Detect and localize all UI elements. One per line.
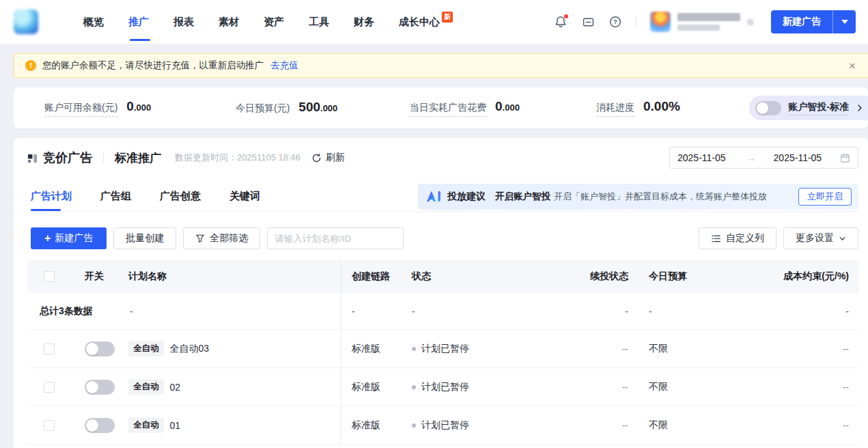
divider bbox=[636, 16, 636, 28]
message-icon[interactable] bbox=[581, 15, 595, 29]
cost-constraint: -- bbox=[724, 368, 858, 406]
chevron-down-icon bbox=[839, 235, 846, 242]
nav-item-tools[interactable]: 工具 bbox=[309, 0, 329, 44]
nav-item-overview[interactable]: 概览 bbox=[83, 0, 104, 44]
filter-all-button[interactable]: 全部筛选 bbox=[183, 227, 260, 249]
col-switch: 开关 bbox=[85, 260, 128, 293]
custom-columns-button[interactable]: 自定义列 bbox=[699, 227, 776, 249]
create-link: 标准版 bbox=[341, 330, 412, 367]
resume-status: -- bbox=[540, 406, 628, 444]
ai-banner-desc: 开启「账户智投」并配置目标成本，统筹账户整体投放 bbox=[554, 191, 767, 203]
summary-row: 总计3条数据 - - - - - - bbox=[27, 293, 858, 330]
refresh-icon bbox=[311, 153, 322, 163]
enable-now-button[interactable]: 立即开启 bbox=[798, 188, 852, 206]
row-checkbox[interactable] bbox=[44, 382, 55, 393]
recharge-link[interactable]: 去充值 bbox=[270, 59, 298, 72]
panel-title: 竞价广告 bbox=[43, 150, 92, 166]
cost-constraint: -- bbox=[724, 330, 858, 367]
batch-create-button[interactable]: 批量创建 bbox=[113, 227, 176, 249]
status-dot-icon bbox=[412, 423, 416, 428]
new-ad-split-button: 新建广告 bbox=[771, 10, 856, 33]
bidding-ads-icon bbox=[27, 153, 38, 163]
table-row: 全自动 01 标准版 计划已暂停 -- 不限 -- bbox=[27, 406, 858, 445]
stat-spend-progress: 消耗进度 0.00% bbox=[596, 99, 680, 117]
status-dot-icon bbox=[412, 385, 416, 389]
close-icon[interactable]: × bbox=[849, 60, 857, 72]
data-update-time: 数据更新时间：20251105 18:46 bbox=[175, 152, 300, 164]
refresh-button[interactable]: 刷新 bbox=[311, 152, 345, 164]
notification-bell-icon[interactable] bbox=[554, 15, 568, 29]
today-budget[interactable]: 不限 bbox=[628, 406, 724, 444]
nav-item-assets[interactable]: 资产 bbox=[264, 0, 284, 44]
nav-item-finance[interactable]: 财务 bbox=[354, 0, 374, 44]
stat-today-budget: 今日预算(元) 500.000 bbox=[236, 100, 410, 117]
plan-switch-toggle[interactable] bbox=[85, 341, 115, 356]
date-range-picker[interactable]: 2025-11-05 → 2025-11-05 bbox=[669, 147, 858, 169]
tab-ad-group[interactable]: 广告组 bbox=[100, 182, 131, 211]
entity-tabs: 广告计划 广告组 广告创意 关键词 bbox=[31, 182, 260, 211]
chevron-right-icon bbox=[856, 104, 864, 112]
tab-ad-creative[interactable]: 广告创意 bbox=[160, 182, 201, 211]
table-header: 开关 计划名称 创建链路 状态 续投状态 今日预算 成本约束(元/%) bbox=[27, 260, 858, 293]
col-link: 创建链路 bbox=[341, 260, 412, 293]
campaign-panel: 竞价广告 标准推广 数据更新时间：20251105 18:46 刷新 2025-… bbox=[14, 138, 868, 448]
select-all-checkbox[interactable] bbox=[44, 271, 55, 282]
plan-switch-toggle[interactable] bbox=[85, 418, 115, 433]
plan-search-box bbox=[267, 227, 404, 249]
account-area[interactable] bbox=[650, 12, 753, 32]
auto-badge: 全自动 bbox=[128, 341, 164, 356]
plan-switch-toggle[interactable] bbox=[85, 380, 115, 395]
search-input[interactable] bbox=[275, 234, 395, 244]
nav-item-materials[interactable]: 素材 bbox=[219, 0, 239, 44]
ai-suggestion-banner: 投放建议 开启账户智投 开启「账户智投」并配置目标成本，统筹账户整体投放 立即开… bbox=[418, 184, 858, 210]
ai-banner-strong: 开启账户智投 bbox=[495, 191, 550, 203]
new-ad-dropdown-button[interactable] bbox=[832, 10, 856, 33]
calendar-icon bbox=[840, 153, 850, 163]
col-resume: 续投状态 bbox=[540, 260, 628, 293]
plan-name[interactable]: 01 bbox=[170, 420, 181, 431]
smart-bidding-toggle[interactable] bbox=[755, 101, 781, 115]
tab-ad-plan[interactable]: 广告计划 bbox=[31, 182, 72, 211]
auto-badge: 全自动 bbox=[128, 379, 164, 395]
row-checkbox[interactable] bbox=[44, 420, 55, 431]
col-name: 计划名称 bbox=[128, 260, 341, 293]
account-stats-card: 账户可用余额(元) 0.000 今日预算(元) 500.000 当日实耗广告花费… bbox=[14, 87, 868, 128]
more-settings-button[interactable]: 更多设置 bbox=[783, 227, 858, 249]
status-dot-icon bbox=[412, 347, 416, 351]
divider bbox=[103, 152, 104, 163]
main-menu: 概览 推广 报表 素材 资产 工具 财务 成长中心 新 bbox=[83, 0, 453, 44]
plan-status: 计划已暂停 bbox=[421, 419, 469, 432]
resume-status: -- bbox=[540, 368, 628, 406]
arrow-right-icon: → bbox=[746, 152, 756, 163]
ai-banner-title: 投放建议 bbox=[447, 191, 486, 203]
help-icon[interactable]: ? bbox=[608, 15, 622, 29]
notification-dot bbox=[564, 14, 568, 18]
plans-table: 开关 计划名称 创建链路 状态 续投状态 今日预算 成本约束(元/%) 总计3条… bbox=[27, 260, 858, 445]
brand-logo bbox=[14, 10, 38, 34]
new-ad-button[interactable]: 新建广告 bbox=[771, 10, 832, 33]
plan-name[interactable]: 全自动03 bbox=[170, 343, 210, 355]
warning-icon: ! bbox=[25, 60, 36, 71]
alert-text: 您的账户余额不足，请尽快进行充值，以重新启动推广 bbox=[42, 59, 264, 72]
caret-down-icon bbox=[841, 20, 848, 24]
filter-icon bbox=[195, 234, 205, 243]
nav-item-reports[interactable]: 报表 bbox=[173, 0, 194, 44]
svg-text:?: ? bbox=[613, 18, 617, 25]
row-checkbox[interactable] bbox=[44, 344, 55, 354]
search-icon[interactable] bbox=[395, 234, 396, 244]
tab-keywords[interactable]: 关键词 bbox=[229, 182, 260, 211]
create-ad-button[interactable]: + 新建广告 bbox=[31, 227, 107, 249]
list-toolbar: + 新建广告 批量创建 全部筛选 自定义列 更多设置 bbox=[27, 227, 858, 249]
account-flag-redacted bbox=[747, 19, 753, 25]
today-budget[interactable]: 不限 bbox=[628, 330, 724, 367]
date-start: 2025-11-05 bbox=[677, 152, 726, 163]
table-row: 全自动 02 标准版 计划已暂停 -- 不限 -- bbox=[27, 368, 858, 406]
create-link: 标准版 bbox=[341, 406, 412, 444]
today-budget[interactable]: 不限 bbox=[628, 368, 724, 406]
nav-item-growth-center[interactable]: 成长中心 新 bbox=[399, 0, 453, 44]
plan-name[interactable]: 02 bbox=[170, 382, 181, 393]
smart-bidding-label[interactable]: 账户智投-标准 bbox=[788, 101, 849, 115]
plan-status: 计划已暂停 bbox=[421, 381, 469, 393]
stat-balance: 账户可用余额(元) 0.000 bbox=[44, 99, 236, 117]
nav-item-promotion[interactable]: 推广 bbox=[128, 0, 149, 44]
